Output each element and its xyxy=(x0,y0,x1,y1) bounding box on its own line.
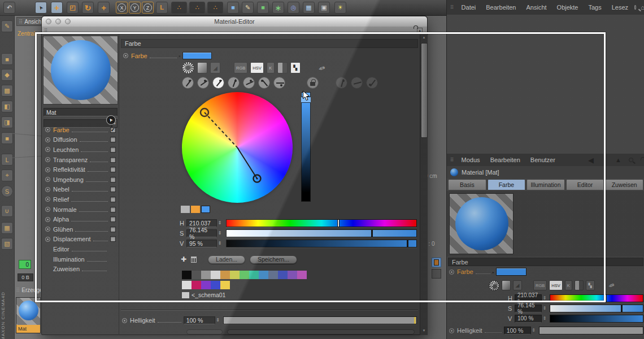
rotate-tool-icon[interactable]: ↻ xyxy=(82,2,94,14)
hue-track[interactable] xyxy=(226,219,417,227)
palette-swatch[interactable] xyxy=(268,271,278,279)
attr-compact-icon[interactable]: ▚ xyxy=(586,280,595,290)
attr-k-button[interactable]: K xyxy=(565,280,572,290)
brightness-slider-handle[interactable] xyxy=(414,317,416,324)
harmony-complement-icon[interactable] xyxy=(197,77,209,89)
scrollbar-thumb[interactable] xyxy=(421,43,428,138)
saturation-stepper-icon[interactable]: ⇕ xyxy=(217,231,223,236)
value-slider-vertical[interactable] xyxy=(301,92,311,202)
eyedropper-icon[interactable]: ✎ xyxy=(316,63,327,72)
channel-checkbox[interactable] xyxy=(110,216,116,222)
value-track[interactable] xyxy=(226,240,417,247)
cube-b-icon[interactable]: ◨ xyxy=(1,116,13,128)
add-environment-icon[interactable]: ▦ xyxy=(303,2,315,14)
attr-hue-handle[interactable] xyxy=(604,294,607,302)
scroll-up-icon[interactable]: ▴ xyxy=(420,35,428,41)
image-mode-icon[interactable]: ◢ xyxy=(210,62,220,73)
load-button[interactable]: Laden... xyxy=(208,255,245,264)
trash-icon[interactable] xyxy=(191,257,197,263)
channel-row-alpha[interactable]: Alpha xyxy=(42,214,119,224)
pick-material-icon[interactable]: ➤ xyxy=(106,115,116,125)
select-cursor-icon[interactable]: ➤ xyxy=(35,2,47,14)
harmony-triad-icon[interactable] xyxy=(243,77,255,89)
attr-brightness-stepper[interactable]: ⇕ xyxy=(531,328,537,333)
menu-benutzer[interactable]: Benutzer xyxy=(525,157,560,163)
attr-hue-track[interactable] xyxy=(550,294,643,302)
channel-row-relief[interactable]: Relief xyxy=(42,194,119,205)
expand-triangle-icon[interactable]: ▸ xyxy=(179,54,181,58)
attr-color-swatch[interactable] xyxy=(496,268,526,276)
attr-hue-stepper[interactable]: ⇕ xyxy=(542,296,547,301)
hsv-mode-button[interactable]: HSV xyxy=(250,62,263,73)
attr-hsv-button[interactable]: HSV xyxy=(549,280,562,290)
channel-checkbox[interactable] xyxy=(110,197,116,202)
tab-farbe[interactable]: Farbe xyxy=(488,179,526,190)
attr-farbe-header[interactable]: Farbe xyxy=(448,258,643,266)
remove-harmony-icon[interactable] xyxy=(351,77,363,89)
attr-value-field[interactable]: 100 % xyxy=(515,315,542,323)
attr-wheel-mode-icon[interactable] xyxy=(489,280,499,291)
channel-row-umgebung[interactable]: Umgebung xyxy=(42,175,119,185)
add-modeling-icon[interactable]: ∗ xyxy=(272,2,284,14)
channel-checkbox[interactable] xyxy=(110,157,116,163)
farbe-section-header[interactable]: Farbe xyxy=(121,39,418,48)
brightness-value-field[interactable]: 100 % xyxy=(184,316,215,324)
attr-image-icon[interactable]: ◢ xyxy=(513,280,522,290)
mixer-mode-icon[interactable] xyxy=(277,62,288,73)
menu-bearbeiten[interactable]: Bearbeiten xyxy=(481,4,521,11)
color-wheel[interactable] xyxy=(182,92,293,203)
add-color-icon[interactable]: ✚ xyxy=(181,255,186,263)
axis-tool-icon[interactable]: L xyxy=(1,154,13,166)
value-handle[interactable] xyxy=(407,240,408,247)
palette-swatch[interactable] xyxy=(297,271,307,279)
z-axis-icon[interactable]: Z xyxy=(142,2,154,14)
undo-icon[interactable]: ↶ xyxy=(3,2,15,14)
snap-badge-icon[interactable]: S xyxy=(1,185,13,197)
y-axis-icon[interactable]: Y xyxy=(129,2,141,14)
spectrum-mode-icon[interactable] xyxy=(197,62,207,73)
palette-swatch[interactable] xyxy=(220,281,230,289)
attr-saturation-handle[interactable] xyxy=(621,305,623,312)
object-manager-area[interactable] xyxy=(447,15,644,154)
palette-swatch[interactable] xyxy=(182,271,192,279)
search-icon[interactable] xyxy=(634,5,636,10)
palette-swatch[interactable] xyxy=(192,281,201,289)
add-deformer-icon[interactable]: ◎ xyxy=(288,2,299,14)
channel-row-illumination[interactable]: Illumination xyxy=(42,254,119,264)
up-arrow-icon[interactable]: ▲ xyxy=(615,157,621,163)
scroll-down-icon[interactable]: ▾ xyxy=(420,328,428,334)
saturation-value-field[interactable]: 76.145 % xyxy=(186,229,217,237)
frame-counter[interactable]: 0 xyxy=(19,260,31,269)
rgb-mode-button[interactable]: RGB xyxy=(234,62,247,73)
channel-row-farbe[interactable]: Farbe✓ xyxy=(42,125,119,135)
hue-stepper-icon[interactable]: ⇕ xyxy=(217,221,223,225)
grid-b-icon[interactable]: ▧ xyxy=(1,238,13,250)
attr-saturation-field[interactable]: 76.145 % xyxy=(515,305,542,312)
collapsed-group-stub[interactable] xyxy=(186,329,223,334)
harmony-split-icon[interactable] xyxy=(228,77,240,89)
value-value-field[interactable]: 95 % xyxy=(186,240,217,247)
mesh-tool-icon[interactable]: ▩ xyxy=(1,85,13,97)
scale-tool-icon[interactable]: ◰ xyxy=(67,2,79,14)
cube-c-icon[interactable]: ■ xyxy=(1,132,13,144)
channel-checkbox[interactable] xyxy=(110,186,116,192)
material-name-field[interactable]: Mat xyxy=(43,108,118,116)
palette-swatch[interactable] xyxy=(201,271,211,279)
palette-swatch[interactable] xyxy=(278,271,288,279)
menu-modus[interactable]: Modus xyxy=(456,157,485,163)
grid-a-icon[interactable]: ▦ xyxy=(1,222,13,234)
attr-brightness-field[interactable]: 100 % xyxy=(504,327,531,334)
k-mode-button[interactable]: K xyxy=(267,62,275,73)
brightness-slider[interactable] xyxy=(223,316,417,324)
result-swatch-gray[interactable] xyxy=(181,206,190,213)
points-mode-icon[interactable]: ∴ xyxy=(171,2,187,14)
channel-checkbox[interactable] xyxy=(110,177,116,182)
channel-checkbox[interactable] xyxy=(110,167,116,172)
channel-row-leuchten[interactable]: Leuchten xyxy=(42,145,119,155)
attr-rgb-button[interactable]: RGB xyxy=(533,280,547,290)
add-spline-icon[interactable]: ✎ xyxy=(242,2,254,14)
move-tool-icon[interactable]: + xyxy=(51,2,63,14)
channel-checkbox[interactable]: ✓ xyxy=(110,127,116,133)
color-swatch[interactable] xyxy=(182,52,212,59)
reset-harmony-icon[interactable] xyxy=(366,77,378,89)
